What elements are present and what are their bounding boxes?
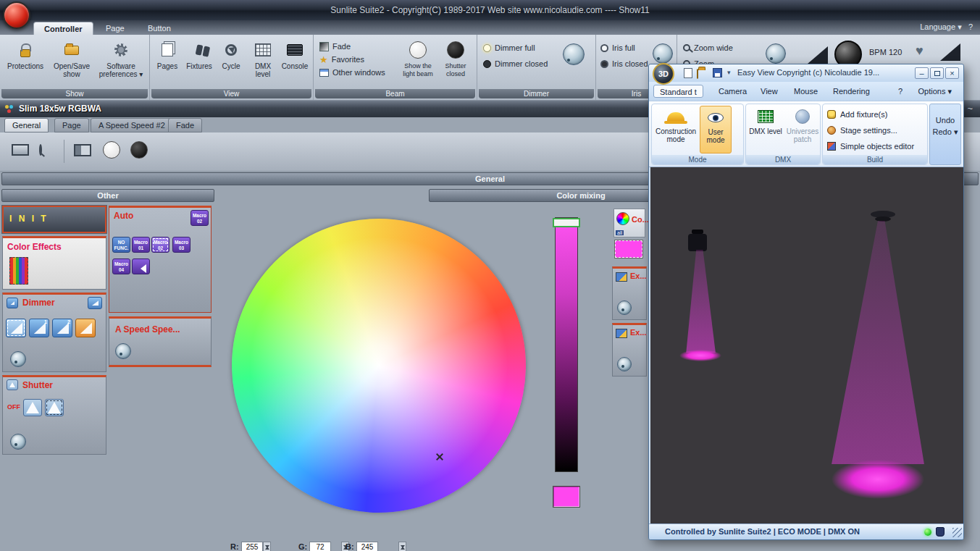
universes-patch-button[interactable]: Universes patch bbox=[785, 106, 820, 153]
r-stepper[interactable] bbox=[263, 542, 271, 551]
dimmer-full-button[interactable]: Dimmer full bbox=[483, 42, 535, 54]
effect-2-knob[interactable] bbox=[617, 357, 632, 371]
color-effects-panel[interactable]: Color Effects bbox=[2, 236, 106, 290]
moving-head-fixture[interactable] bbox=[688, 234, 707, 251]
layout-icon[interactable] bbox=[74, 144, 91, 156]
r-value-input[interactable]: 255 bbox=[241, 542, 263, 551]
mix-color-swatch[interactable] bbox=[615, 240, 642, 258]
stage-settings-button[interactable]: Stage settings... bbox=[827, 123, 897, 138]
pages-button[interactable]: Pages bbox=[151, 38, 183, 88]
cycle-button[interactable]: Cycle bbox=[215, 38, 247, 88]
menu-mouse[interactable]: Mouse bbox=[788, 85, 824, 98]
window-menu-button[interactable]: ~ bbox=[967, 103, 973, 114]
fixtures-button[interactable]: Fixtures bbox=[183, 38, 215, 88]
resize-grip[interactable] bbox=[952, 528, 962, 537]
macro-01-button[interactable]: Macro 01 bbox=[132, 237, 150, 253]
shutter-closed-button[interactable]: Shutter closed bbox=[437, 38, 474, 88]
shutter-open-button[interactable] bbox=[23, 399, 42, 416]
toolbar-options-chevron[interactable]: ▾ bbox=[727, 69, 731, 76]
zoom-wide-button[interactable]: Zoom wide bbox=[683, 42, 733, 54]
macro-corner-button[interactable]: Macro 02 bbox=[190, 210, 209, 226]
tab-button[interactable]: Button bbox=[138, 22, 181, 35]
language-menu[interactable]: Language bbox=[920, 22, 955, 31]
speaker-macro-button[interactable] bbox=[132, 258, 150, 274]
maximize-button[interactable] bbox=[930, 67, 944, 79]
dmx-level-button[interactable]: DMX level bbox=[247, 38, 279, 88]
tab-page2[interactable]: Page bbox=[54, 118, 89, 133]
undo-button[interactable]: Undo bbox=[930, 116, 960, 125]
b-value-input[interactable]: 245 bbox=[356, 542, 378, 551]
menu-options[interactable]: Options ▾ bbox=[912, 85, 958, 98]
close-button[interactable]: × bbox=[945, 67, 959, 79]
monitor-icon[interactable] bbox=[12, 144, 29, 156]
dimmer-knob[interactable] bbox=[563, 43, 585, 65]
dimmer-preset-2[interactable]: 1 bbox=[29, 319, 49, 337]
software-preferences-button[interactable]: Software preferences ▾ bbox=[97, 38, 145, 88]
3d-viewport[interactable] bbox=[650, 167, 963, 525]
b-stepper[interactable] bbox=[398, 542, 406, 551]
macro-04-button[interactable]: Macro 04 bbox=[112, 258, 130, 274]
cycle-icon bbox=[225, 44, 237, 56]
color-effects-icon[interactable] bbox=[9, 257, 28, 285]
open-save-show-button[interactable]: Open/Save show bbox=[49, 38, 94, 88]
brightness-slider[interactable] bbox=[555, 217, 578, 472]
dimmer-preset-1[interactable] bbox=[6, 319, 26, 337]
dimmer-closed-button[interactable]: Dimmer closed bbox=[483, 58, 548, 70]
speed-panel-knob[interactable] bbox=[115, 343, 131, 359]
menu-camera[interactable]: Camera bbox=[713, 85, 753, 98]
help-button[interactable]: ? bbox=[968, 22, 973, 31]
zoom-knob[interactable] bbox=[766, 43, 786, 64]
color-wheel[interactable] bbox=[232, 219, 526, 513]
macro-03-button[interactable]: Macro 03 bbox=[172, 237, 190, 253]
tab-fade[interactable]: Fade bbox=[168, 118, 202, 133]
redo-button[interactable]: Redo ▾ bbox=[930, 127, 960, 137]
tab-controller[interactable]: Controller bbox=[33, 22, 93, 35]
slider-handle[interactable] bbox=[553, 218, 580, 227]
heart-icon[interactable]: ♥ bbox=[916, 43, 924, 59]
magnifier-icon[interactable] bbox=[39, 144, 42, 156]
open-icon[interactable] bbox=[697, 69, 698, 79]
console-button[interactable]: Console bbox=[279, 38, 311, 88]
macro-02-button[interactable]: Macro 02 bbox=[151, 237, 169, 253]
white-color-button[interactable] bbox=[103, 141, 120, 159]
menu-rendering[interactable]: Rendering bbox=[827, 85, 876, 98]
iris-closed-button[interactable]: Iris closed bbox=[600, 58, 648, 70]
ev-dmx-level-button[interactable]: DMX level bbox=[747, 106, 784, 153]
fader-wedge-icon[interactable] bbox=[808, 46, 828, 64]
menu-view[interactable]: View bbox=[755, 85, 784, 98]
menu-help[interactable]: ? bbox=[892, 85, 908, 98]
menu-standard[interactable]: Standard t bbox=[653, 85, 703, 98]
protections-button[interactable]: Protections bbox=[3, 38, 48, 88]
g-value-input[interactable]: 72 bbox=[309, 542, 331, 551]
new-document-icon[interactable] bbox=[684, 68, 692, 78]
dimmer-preset-4[interactable] bbox=[75, 319, 96, 337]
shutter-strobe-button[interactable] bbox=[45, 399, 64, 416]
dimmer-panel-knob[interactable] bbox=[10, 351, 26, 367]
fader-wedge-icon[interactable] bbox=[940, 43, 960, 61]
black-color-button[interactable] bbox=[130, 141, 148, 159]
minimize-button[interactable]: – bbox=[915, 67, 929, 79]
other-windows-button[interactable]: Other windows bbox=[319, 67, 385, 78]
user-mode-button[interactable]: User mode bbox=[700, 106, 732, 153]
init-button[interactable]: I N I T bbox=[2, 206, 106, 233]
fade-button[interactable]: Fade bbox=[319, 41, 351, 52]
objects-editor-button[interactable]: Simple objects editor bbox=[827, 139, 914, 153]
shutter-panel-knob[interactable] bbox=[10, 434, 26, 450]
color-mix-button[interactable]: all Co... bbox=[613, 209, 645, 237]
dimmer-preset-3[interactable]: 2 bbox=[52, 319, 72, 337]
iris-knob[interactable] bbox=[653, 43, 673, 64]
show-light-beam-button[interactable]: Show the light beam bbox=[399, 38, 437, 88]
favorites-button[interactable]: ★Favorites bbox=[319, 54, 364, 65]
construction-mode-button[interactable]: Construction mode bbox=[653, 106, 698, 153]
no-func-button[interactable]: NO FUNC. bbox=[112, 237, 130, 253]
iris-full-button[interactable]: Iris full bbox=[600, 42, 635, 54]
effect-1-knob[interactable] bbox=[617, 300, 632, 315]
tab-page[interactable]: Page bbox=[96, 22, 135, 35]
app-menu-button[interactable] bbox=[3, 1, 30, 29]
tab-general[interactable]: General bbox=[4, 118, 49, 133]
tab-speed[interactable]: A Speed Speed #2 bbox=[91, 118, 173, 133]
save-icon[interactable] bbox=[713, 68, 722, 77]
easy-view-titlebar[interactable]: 3D ▾ Easy View Copyright (c) Nicolaudie … bbox=[649, 64, 963, 82]
dimmer-macro-icon[interactable] bbox=[88, 297, 102, 309]
add-fixtures-button[interactable]: Add fixture(s) bbox=[827, 107, 887, 122]
